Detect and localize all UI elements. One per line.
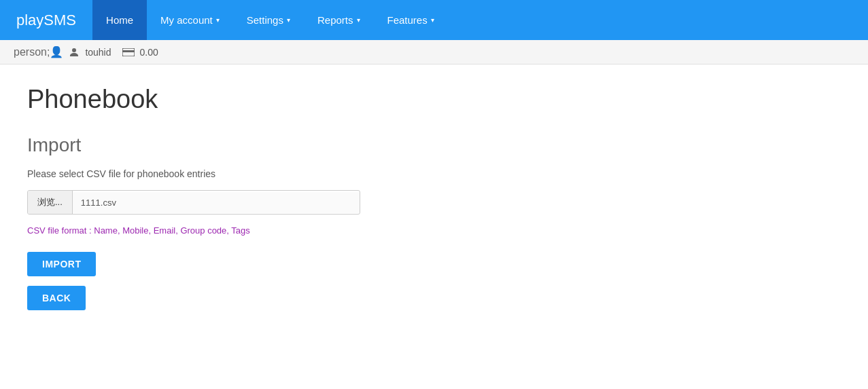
- chevron-down-icon: ▾: [431, 16, 434, 24]
- chevron-down-icon: ▾: [287, 16, 290, 24]
- nav-link-my-account[interactable]: My account ▾: [147, 0, 233, 40]
- file-browse-button[interactable]: 浏览...: [28, 191, 73, 214]
- nav-link-home[interactable]: Home: [92, 0, 147, 40]
- credit-icon: [122, 48, 135, 56]
- user-icon: person;👤: [14, 45, 63, 58]
- brand-logo[interactable]: playSMS: [0, 0, 92, 40]
- navbar: playSMS Home My account ▾ Settings ▾ Rep…: [0, 0, 868, 40]
- nav-link-reports[interactable]: Reports ▾: [304, 0, 374, 40]
- section-title: Import: [27, 134, 841, 156]
- main-content: Phonebook Import Please select CSV file …: [0, 64, 868, 331]
- nav-item-home: Home: [92, 0, 147, 40]
- nav-item-reports: Reports ▾: [304, 0, 374, 40]
- nav-link-features[interactable]: Features ▾: [374, 0, 448, 40]
- nav-link-settings[interactable]: Settings ▾: [233, 0, 304, 40]
- balance: 0.00: [140, 47, 158, 58]
- page-title: Phonebook: [27, 85, 841, 114]
- nav-item-settings: Settings ▾: [233, 0, 304, 40]
- username: touhid: [85, 47, 111, 58]
- import-button[interactable]: IMPORT: [27, 252, 96, 276]
- nav-menu: Home My account ▾ Settings ▾ Reports ▾ F…: [92, 0, 448, 40]
- file-name-display: 1111.csv: [73, 192, 360, 213]
- user-bar: person;👤 touhid 0.00: [0, 40, 868, 64]
- chevron-down-icon: ▾: [357, 16, 360, 24]
- instruction-text: Please select CSV file for phonebook ent…: [27, 168, 841, 179]
- chevron-down-icon: ▾: [216, 16, 220, 24]
- user-icon: [69, 47, 80, 58]
- csv-format-hint: CSV file format : Name, Mobile, Email, G…: [27, 225, 841, 236]
- back-button[interactable]: BACK: [27, 286, 86, 310]
- svg-rect-1: [122, 50, 135, 52]
- file-input-wrapper: 浏览... 1111.csv: [27, 190, 360, 215]
- nav-item-my-account: My account ▾: [147, 0, 233, 40]
- nav-item-features: Features ▾: [374, 0, 448, 40]
